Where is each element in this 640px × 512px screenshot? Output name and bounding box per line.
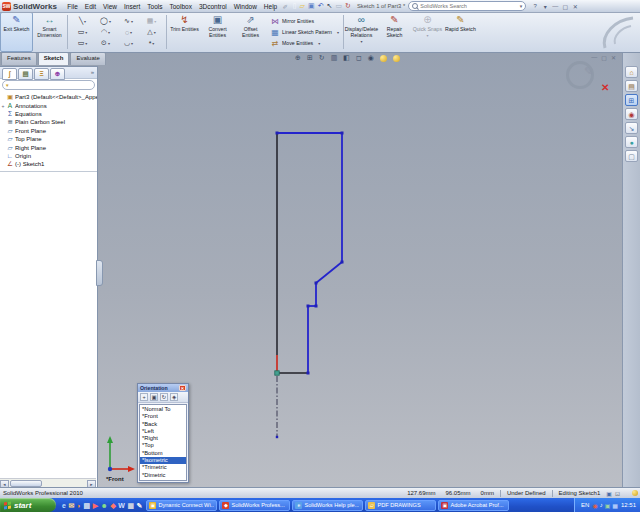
open-icon[interactable]: ▱	[300, 2, 305, 10]
start-button[interactable]: start	[0, 498, 56, 512]
taskbar-window-pdf-drawings[interactable]: ▱PDF DRAWINGS	[365, 500, 436, 511]
sketch-tool-arc[interactable]: ◠▾	[94, 27, 117, 38]
file-explorer-icon[interactable]: ⊞	[625, 94, 638, 106]
email-icon[interactable]: ✉	[68, 501, 74, 510]
dropdown-caret-icon[interactable]: ▾	[360, 39, 362, 45]
tab-features[interactable]: Features	[1, 52, 37, 65]
tray-shield-icon[interactable]: ◉	[592, 502, 597, 509]
dropdown-caret-icon[interactable]: ▾	[85, 30, 87, 35]
menu-help[interactable]: Help	[260, 3, 280, 10]
featuremanager-tab[interactable]: ʃ	[2, 68, 17, 80]
rebuild-icon[interactable]: ↻	[345, 2, 351, 10]
sketch-tool-pattern[interactable]: ▦▾	[140, 16, 163, 27]
filter-box[interactable]: ▼	[2, 80, 95, 90]
pin-icon[interactable]: ✐	[283, 3, 288, 10]
tree-item-top-plane[interactable]: ▱Top Plane	[0, 135, 97, 143]
tree-item-part3[interactable]: ▣Part3 (Default<<Default>_Appear	[0, 93, 97, 101]
previous-view-icon[interactable]: ↻	[319, 54, 325, 62]
smart-dimension-button[interactable]: ↔Smart Dimension	[33, 12, 66, 52]
taskbar-window-acrobat[interactable]: ▣Adobe Acrobat Prof...	[438, 500, 509, 511]
configurationmanager-tab[interactable]: Ξ	[34, 68, 49, 80]
panel-chevron[interactable]: »	[91, 69, 94, 75]
orientation-item-dimetric[interactable]: *Dimetric	[140, 472, 186, 479]
doc-restore-icon[interactable]: ▢	[601, 54, 607, 61]
orientation-item-front[interactable]: *Front	[140, 413, 186, 420]
word-icon[interactable]: W	[118, 501, 125, 510]
orientation-item-bottom[interactable]: *Bottom	[140, 450, 186, 457]
taskbar-window-solidworks[interactable]: ◆SolidWorks Profess...	[219, 500, 290, 511]
reset-views-icon[interactable]: ◈	[170, 393, 178, 401]
rapid-sketch-button[interactable]: ✎Rapid Sketch	[444, 12, 477, 52]
print-icon[interactable]: ▭	[335, 2, 342, 10]
menu-3dcontrol[interactable]: 3Dcontrol	[195, 3, 230, 10]
dropdown-caret-icon[interactable]: ▾	[337, 30, 339, 35]
orientation-dialog-titlebar[interactable]: Orientation ✕	[138, 384, 188, 392]
browser-icon[interactable]: ◗	[77, 501, 81, 510]
display-style-icon[interactable]: ◻	[356, 54, 362, 62]
search-input[interactable]	[420, 3, 517, 10]
appearances-scenes-icon[interactable]: ●	[625, 136, 638, 148]
tree-item-material[interactable]: ≣Plain Carbon Steel	[0, 118, 97, 126]
dropdown-caret-icon[interactable]: ▾	[152, 41, 154, 46]
view-orientation-icon[interactable]: ◧	[343, 54, 350, 62]
scroll-thumb[interactable]	[10, 480, 42, 487]
documents-icon[interactable]: ▤	[84, 501, 91, 510]
sketch-tool-slot[interactable]: ▭▾	[71, 38, 94, 49]
zoom-area-icon[interactable]: ⊞	[307, 54, 313, 62]
trim-entities-button[interactable]: ↯Trim Entities	[168, 12, 201, 52]
sketch-tool-point[interactable]: ⊙▾	[94, 38, 117, 49]
origin-point[interactable]	[275, 371, 279, 375]
offset-entities-button[interactable]: ⇗Offset Entities	[234, 12, 267, 52]
tab-evaluate[interactable]: Evaluate	[70, 52, 105, 65]
orientation-item-normalto[interactable]: *Normal To	[140, 406, 186, 413]
new-document-icon[interactable]: ▯	[293, 2, 297, 10]
sketch-tool-spline[interactable]: ∿▾	[117, 16, 140, 27]
propertymanager-tab[interactable]: ▤	[18, 68, 33, 80]
view-palette-icon[interactable]: ↘	[625, 122, 638, 134]
help-button[interactable]: ?	[531, 3, 539, 10]
dialog-close-icon[interactable]: ✕	[179, 385, 186, 391]
orientation-item-top[interactable]: *Top	[140, 442, 186, 449]
sketch-point[interactable]	[315, 282, 318, 285]
tray-display-icon[interactable]: ▦	[612, 502, 618, 509]
search-box[interactable]: ▾	[408, 1, 526, 11]
menu-toolbox[interactable]: Toolbox	[166, 3, 195, 10]
sketch-tool-rectangle[interactable]: ▭▾	[71, 27, 94, 38]
menu-view[interactable]: View	[100, 3, 121, 10]
quick-snaps-button[interactable]: ⊕Quick Snaps▾	[411, 12, 444, 52]
sketch-point[interactable]	[307, 305, 310, 308]
sketch-point[interactable]	[276, 436, 278, 438]
panel-splitter-handle[interactable]	[96, 260, 103, 286]
sketch-tool-fillet[interactable]: ◡▾	[117, 38, 140, 49]
sketch-tool-polygon[interactable]: △▾	[140, 27, 163, 38]
sketch-point[interactable]	[341, 261, 344, 264]
dimxpertmanager-tab[interactable]: ⊕	[50, 68, 65, 80]
restore-button[interactable]: ▢	[561, 3, 569, 10]
undo-icon[interactable]: ↶	[318, 2, 324, 10]
menu-window[interactable]: Window	[230, 3, 260, 10]
display-delete-relations-button[interactable]: ∞Display/Delete Relations▾	[345, 12, 378, 52]
explorer-icon[interactable]: ▦	[127, 501, 134, 510]
dropdown-caret-icon[interactable]: ▾	[108, 30, 110, 35]
menu-tools[interactable]: Tools	[144, 3, 166, 10]
dropdown-caret-icon[interactable]: ▾	[130, 30, 132, 35]
exit-sketch-button[interactable]: ✎Exit Sketch	[0, 12, 33, 52]
internet-explorer-icon[interactable]: e	[62, 501, 66, 510]
new-view-icon[interactable]: ▣	[150, 393, 158, 401]
dropdown-caret-icon[interactable]: ▾	[85, 41, 87, 46]
hide-show-icon[interactable]: ◉	[368, 54, 374, 62]
tray-network-icon[interactable]: ▣	[605, 502, 611, 509]
taskbar-window-solidworks-help[interactable]: eSolidWorks Help ple...	[292, 500, 363, 511]
minimize-button[interactable]: —	[551, 3, 559, 10]
convert-entities-button[interactable]: ▣Convert Entities	[201, 12, 234, 52]
tab-sketch[interactable]: Sketch	[38, 52, 70, 65]
design-library-icon[interactable]: ▤	[625, 80, 638, 92]
orientation-item-left[interactable]: *Left	[140, 428, 186, 435]
solidworks-launch-icon[interactable]: ◆	[110, 501, 115, 510]
orientation-item-back[interactable]: *Back	[140, 421, 186, 428]
sketch-tool-ellipse[interactable]: ◌▾	[117, 27, 140, 38]
sketch-point[interactable]	[276, 132, 279, 135]
appearances-ball-icon[interactable]	[380, 55, 387, 62]
orientation-item-right[interactable]: *Right	[140, 435, 186, 442]
custom-properties-icon[interactable]: ▢	[625, 150, 638, 162]
